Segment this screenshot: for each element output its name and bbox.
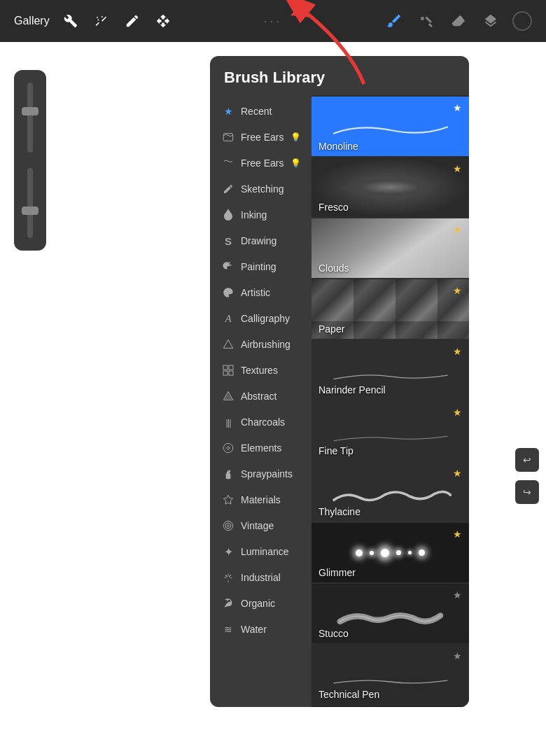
technical-pen-fav[interactable]: ★ xyxy=(453,650,462,662)
redo-button[interactable]: ↪ xyxy=(515,480,539,504)
svg-point-18 xyxy=(229,470,231,472)
calligraphy-icon: A xyxy=(221,312,235,326)
brush-item-monoline[interactable]: Monoline ★ xyxy=(312,97,469,156)
sidebar-item-sketching[interactable]: Sketching xyxy=(213,176,309,202)
gallery-button[interactable]: Gallery xyxy=(14,15,50,27)
free-ears-1-label: Free Ears xyxy=(241,132,284,143)
paper-fav[interactable]: ★ xyxy=(453,285,462,296)
color-picker[interactable] xyxy=(512,11,532,31)
sidebar-item-vintage[interactable]: Vintage xyxy=(213,513,309,538)
inking-icon xyxy=(221,208,235,222)
svg-point-20 xyxy=(225,523,231,528)
monoline-name: Monoline xyxy=(312,138,469,156)
sidebar-item-water[interactable]: ≋ Water xyxy=(213,617,309,642)
fine-tip-fav[interactable]: ★ xyxy=(453,407,462,418)
brush-item-clouds[interactable]: Clouds ★ xyxy=(312,218,469,278)
size-slider-thumb[interactable] xyxy=(22,107,38,115)
opacity-slider-thumb[interactable] xyxy=(22,206,38,215)
brush-item-technical-pen[interactable]: Technical Pen ★ xyxy=(312,645,469,704)
clouds-name: Clouds xyxy=(312,260,469,278)
smudge-icon[interactable] xyxy=(122,11,142,31)
sidebar-item-industrial[interactable]: Industrial xyxy=(213,565,309,590)
svg-point-4 xyxy=(225,292,226,293)
svg-point-21 xyxy=(227,525,230,527)
right-controls: ↩ ↪ xyxy=(515,448,539,504)
sidebar-item-painting[interactable]: Painting xyxy=(213,254,309,279)
clouds-fav[interactable]: ★ xyxy=(453,224,462,235)
sidebar-item-materials[interactable]: Materials xyxy=(213,487,309,512)
sidebar-item-elements[interactable]: Elements xyxy=(213,435,309,461)
brush-item-fine-tip[interactable]: Fine Tip ★ xyxy=(312,401,469,461)
elements-label: Elements xyxy=(241,442,281,454)
sidebar-item-calligraphy[interactable]: A Calligraphy xyxy=(213,306,309,331)
undo-button[interactable]: ↩ xyxy=(515,448,539,472)
sidebar-item-luminance[interactable]: ✦ Luminance xyxy=(213,539,309,564)
svg-rect-11 xyxy=(223,371,227,375)
narinder-pencil-fav[interactable]: ★ xyxy=(453,346,462,357)
brush-item-narinder-pencil[interactable]: Narinder Pencil ★ xyxy=(312,340,469,400)
sidebar-item-organic[interactable]: Organic xyxy=(213,591,309,616)
svg-rect-9 xyxy=(223,365,227,370)
opacity-slider[interactable] xyxy=(27,168,33,238)
brush-list: Monoline ★ Fresco ★ Clouds ★ xyxy=(312,95,469,707)
sidebar-item-label: Recent xyxy=(241,106,272,117)
top-bar: Gallery ··· xyxy=(0,0,546,42)
industrial-icon xyxy=(221,570,235,584)
airbrushing-icon xyxy=(221,337,235,351)
smudge-tool-button[interactable] xyxy=(416,10,437,31)
thylacine-fav[interactable]: ★ xyxy=(453,468,462,479)
organic-icon xyxy=(221,596,235,610)
free-ears-1-icon xyxy=(221,130,235,144)
narinder-pencil-name: Narinder Pencil xyxy=(312,382,469,400)
sidebar-item-free-ears-1[interactable]: Free Ears 💡 xyxy=(213,125,309,150)
sidebar-item-airbrushing[interactable]: Airbrushing xyxy=(213,332,309,357)
layers-button[interactable] xyxy=(480,10,501,31)
abstract-icon xyxy=(221,389,235,403)
panel-header: Brush Library xyxy=(210,56,469,95)
monoline-fav[interactable]: ★ xyxy=(453,102,462,113)
sidebar-item-charcoals[interactable]: ||| Charcoals xyxy=(213,410,309,435)
magic-icon[interactable] xyxy=(92,11,111,31)
brush-tool-button[interactable] xyxy=(384,10,405,31)
svg-point-5 xyxy=(226,290,227,291)
sidebar-item-abstract[interactable]: Abstract xyxy=(213,384,309,409)
organic-label: Organic xyxy=(241,598,275,609)
free-ears-2-badge: 💡 xyxy=(290,158,301,168)
artistic-label: Artistic xyxy=(241,287,270,298)
stucco-fav[interactable]: ★ xyxy=(453,589,462,601)
sketching-icon xyxy=(221,182,235,196)
materials-icon xyxy=(221,493,235,507)
sidebar-item-free-ears-2[interactable]: Free Ears 💡 xyxy=(213,150,309,176)
left-toolbar xyxy=(14,70,46,251)
brush-item-paper[interactable]: Paper ★ xyxy=(312,279,469,339)
sidebar-item-artistic[interactable]: Artistic xyxy=(213,280,309,305)
sidebar-item-textures[interactable]: Textures xyxy=(213,358,309,383)
brush-item-glimmer[interactable]: Glimmer ★ xyxy=(312,523,469,582)
sidebar-item-spraypaints[interactable]: Spraypaints xyxy=(213,461,309,486)
fresco-fav[interactable]: ★ xyxy=(453,163,462,174)
sidebar-item-inking[interactable]: Inking xyxy=(213,202,309,227)
painting-label: Painting xyxy=(241,261,276,272)
svg-point-7 xyxy=(230,292,232,293)
charcoals-icon: ||| xyxy=(221,415,235,429)
eraser-button[interactable] xyxy=(448,10,469,31)
vintage-icon xyxy=(221,519,235,533)
brush-item-medium-hard-airbrush[interactable]: Medium Hard Airbrush ★ xyxy=(312,706,469,707)
svg-point-13 xyxy=(223,443,232,452)
sidebar-item-recent[interactable]: ★ Recent xyxy=(213,99,309,124)
brush-item-thylacine[interactable]: Thylacine ★ xyxy=(312,462,469,522)
free-ears-2-icon xyxy=(221,156,235,170)
medium-hard-airbrush-preview xyxy=(312,706,469,707)
spraypaints-label: Spraypaints xyxy=(241,468,293,479)
svg-rect-15 xyxy=(226,473,231,479)
wrench-icon[interactable] xyxy=(61,11,80,31)
move-icon[interactable] xyxy=(153,11,173,31)
brush-item-fresco[interactable]: Fresco ★ xyxy=(312,158,469,217)
glimmer-fav[interactable]: ★ xyxy=(453,528,462,540)
brush-item-stucco[interactable]: Stucco ★ xyxy=(312,584,469,643)
size-slider[interactable] xyxy=(27,83,33,153)
free-ears-2-label: Free Ears xyxy=(241,158,284,169)
painting-icon xyxy=(221,260,235,274)
drawing-icon: S xyxy=(221,234,235,248)
sidebar-item-drawing[interactable]: S Drawing xyxy=(213,228,309,253)
